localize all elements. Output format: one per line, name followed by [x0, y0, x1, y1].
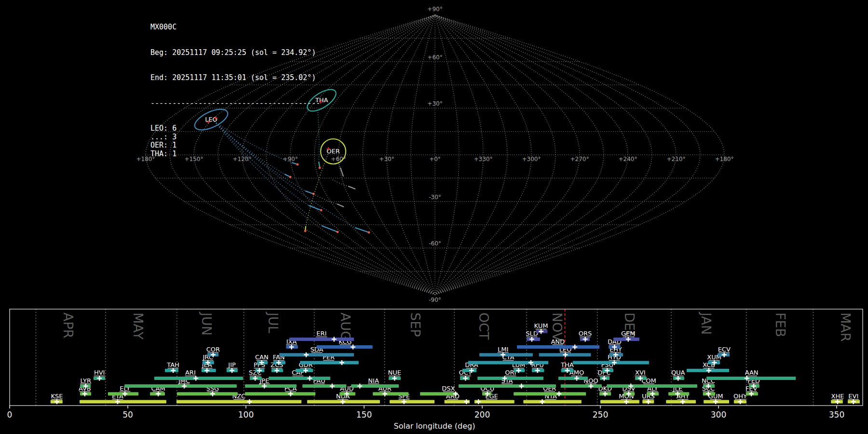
activity-bar — [558, 377, 588, 380]
x-axis-tick-label: 50 — [122, 410, 133, 420]
month-label: MAR — [838, 312, 853, 342]
shower-count: LEO: 6 — [150, 124, 320, 133]
activity-bar — [390, 400, 434, 404]
meteor-trail — [333, 180, 348, 186]
activity-bar — [607, 384, 697, 388]
shower-code-label: KSE — [51, 393, 63, 400]
activity-timeline: APRMAYJUNJULAUGSEPOCTNOVDECJANFEBMARKSEE… — [7, 309, 863, 431]
meridian-gridline — [435, 15, 700, 295]
x-axis-tick-label: 0 — [7, 410, 13, 420]
latitude-label: +30° — [427, 100, 442, 107]
x-axis-tick-label: 200 — [475, 410, 490, 420]
longitude-label: +270° — [570, 156, 589, 163]
x-axis-tick-label: 350 — [829, 410, 844, 420]
x-axis-title: Solar longitude (deg) — [394, 421, 475, 431]
longitude-label: +330° — [474, 156, 493, 163]
x-axis-tick-label: 150 — [356, 410, 372, 420]
shower-code-label: KUM — [534, 322, 548, 329]
latitude-label: -90° — [429, 297, 441, 303]
activity-bar — [300, 361, 359, 365]
observation-info: MX000C Beg: 20251117 09:25:25 (sol = 234… — [150, 6, 320, 175]
shower-code-label: QUA — [671, 369, 685, 376]
month-label: OCT — [476, 312, 491, 340]
longitude-label: +300° — [522, 156, 541, 163]
shower-tah: TAH — [165, 361, 179, 373]
activity-bar — [706, 377, 796, 380]
shower-code-label: AAN — [745, 369, 759, 376]
shower-code-label: XVI — [635, 369, 646, 376]
shower-qua: QUA — [671, 369, 685, 380]
activity-bar — [514, 392, 586, 395]
activity-bar — [317, 345, 373, 349]
shower-can: CAN — [255, 353, 269, 365]
shower-ohy: OHY — [733, 393, 747, 404]
shower-code-label: OHY — [733, 393, 747, 400]
shower-code-label: TAH — [166, 361, 179, 368]
activity-bar — [177, 392, 238, 395]
shower-code-label: LYR — [81, 377, 92, 384]
shower-count: THA: 1 — [150, 150, 320, 159]
activity-bar — [124, 384, 237, 388]
end-time: End: 20251117 11:35:01 (sol = 235.02°) — [150, 74, 320, 82]
month-label: JAN — [699, 312, 714, 335]
shower-kum: KUM — [534, 322, 548, 334]
activity-bar — [523, 400, 582, 404]
activity-bar — [468, 361, 549, 365]
shower-evi: EVI — [848, 393, 860, 404]
activity-bar — [373, 392, 408, 395]
shower-ors: ORS — [579, 330, 592, 341]
shower-lyr: LYR — [80, 377, 91, 389]
shower-ege: EGE — [475, 393, 515, 404]
shower-count: OER: 1 — [150, 141, 320, 150]
shower-code-label: LMI — [498, 346, 508, 353]
shower-hvi: HVI — [94, 369, 105, 380]
shower-cor: COR — [206, 346, 220, 357]
shower-code-label: ORS — [579, 330, 592, 337]
shower-code-label: GEM — [621, 330, 636, 337]
month-label: APR — [61, 312, 76, 339]
meteor-end-dot — [368, 231, 370, 234]
meridian-gridline — [435, 15, 652, 295]
longitude-label: +30° — [379, 156, 394, 163]
month-label: SEP — [408, 312, 423, 337]
longitude-label: +60° — [331, 156, 346, 163]
shower-code-label: COR — [206, 346, 220, 353]
activity-bar — [420, 392, 457, 395]
sky-map-and-timeline-plot: +180°+150°+120°+90°+60°+30°+0°+330°+300°… — [0, 0, 868, 434]
activity-bar — [517, 345, 599, 349]
meteor-end-dot — [320, 209, 323, 212]
shower-code-label: CAN — [255, 353, 269, 361]
meteor-spo — [333, 180, 355, 189]
shower-code-label: ECV — [718, 346, 731, 353]
activity-bar — [302, 384, 346, 388]
latitude-label: +90° — [427, 6, 442, 13]
meteor-path-segment — [309, 205, 321, 210]
shower-count: ...: 3 — [150, 133, 320, 142]
x-axis-tick-label: 250 — [593, 410, 608, 420]
longitude-label: +210° — [667, 156, 686, 163]
shower-xhe: XHE — [831, 393, 844, 404]
month-label: JUL — [266, 312, 281, 333]
activity-bar — [289, 338, 354, 341]
activity-bar — [600, 400, 639, 404]
shower-code-label: XHE — [831, 393, 844, 400]
activity-bar — [80, 400, 166, 404]
month-label: JUN — [199, 312, 214, 336]
meteor-end-dot — [304, 230, 307, 232]
shower-code-label: HVI — [94, 369, 105, 376]
latitude-label: -60° — [429, 240, 441, 247]
activity-bar — [269, 377, 330, 380]
shower-code-label: THA — [560, 361, 574, 368]
activity-bar — [176, 400, 301, 404]
shower-ecv: ECV — [718, 346, 731, 357]
longitude-label: +180° — [715, 156, 734, 163]
shower-dsx: DSX — [420, 385, 458, 396]
meteor-path-segment — [348, 186, 355, 189]
shower-code-label: JIP — [228, 361, 236, 368]
shower-code-label: NIA — [368, 377, 379, 384]
activity-bar — [245, 392, 315, 395]
meteor-end-dot — [337, 231, 339, 233]
latitude-label: -30° — [429, 194, 441, 201]
shower-code-label: DSX — [442, 385, 455, 392]
meteor-path-segment — [355, 228, 369, 232]
